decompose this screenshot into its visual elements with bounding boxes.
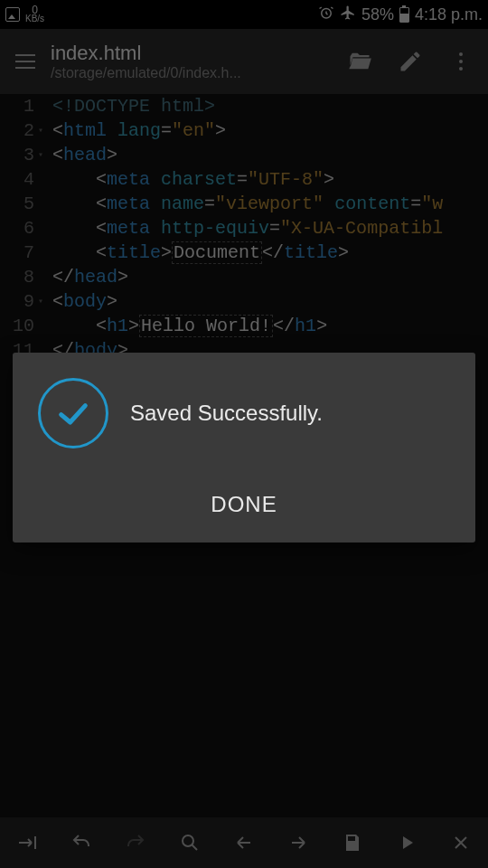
- success-check-icon: [38, 378, 108, 448]
- done-button[interactable]: DONE: [13, 470, 475, 539]
- dialog-message: Saved Successfully.: [130, 401, 323, 426]
- saved-dialog: Saved Successfully. DONE: [13, 353, 475, 542]
